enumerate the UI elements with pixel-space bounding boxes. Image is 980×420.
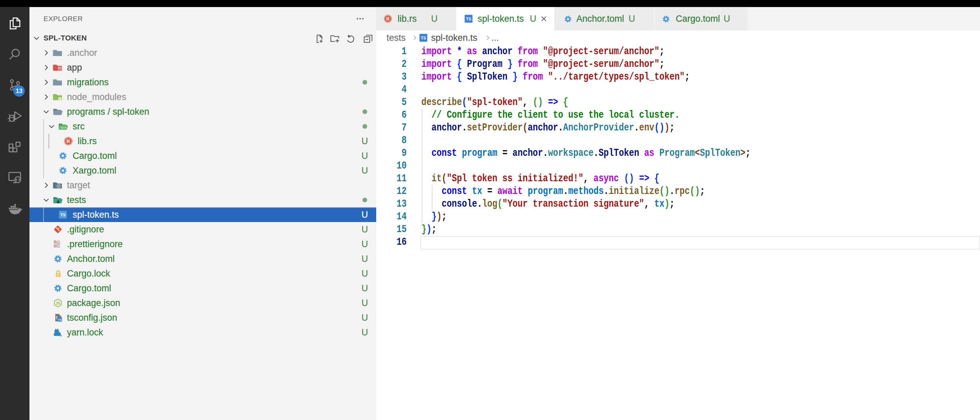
svg-text:TS: TS bbox=[466, 17, 471, 21]
svg-text:JS: JS bbox=[56, 301, 60, 306]
svg-text:TS: TS bbox=[421, 36, 426, 40]
svg-text:TS: TS bbox=[60, 213, 65, 217]
svg-text:R: R bbox=[386, 16, 390, 21]
svg-text:</>: </> bbox=[60, 126, 66, 130]
svg-text:R: R bbox=[66, 138, 70, 144]
svg-text:TS: TS bbox=[58, 319, 62, 321]
